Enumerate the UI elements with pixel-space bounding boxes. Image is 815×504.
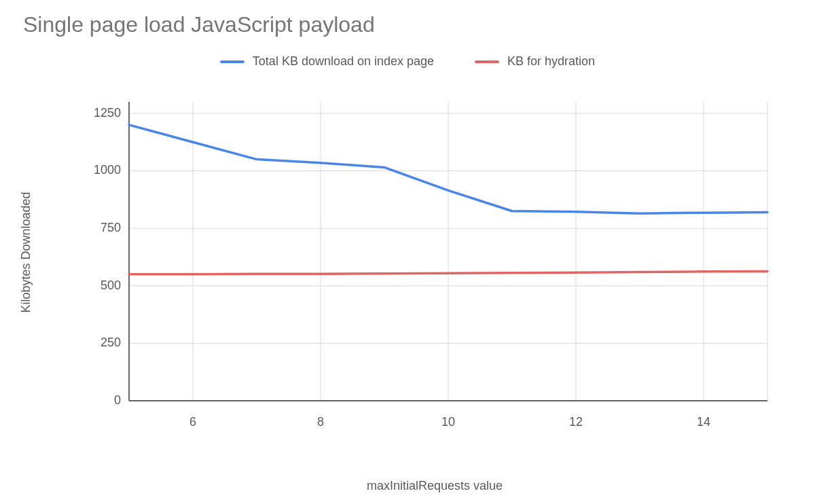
svg-text:1250: 1250 [94,106,121,120]
legend-label-hydration: KB for hydration [507,54,595,69]
svg-text:10: 10 [441,415,455,429]
x-axis-label: maxInitialRequests value [95,479,774,493]
svg-text:6: 6 [189,415,196,429]
legend-label-total: Total KB download on index page [253,54,434,69]
y-ticks: 025050075010001250 [94,106,121,407]
svg-text:250: 250 [101,336,121,349]
svg-text:750: 750 [101,221,121,234]
x-ticks: 68101214 [189,415,710,429]
chart-title: Single page load JavaScript payload [23,12,375,37]
legend-swatch-hydration [475,60,499,63]
chart-svg: 68101214 025050075010001250 [95,95,774,428]
chart-legend: Total KB download on index page KB for h… [0,54,815,69]
legend-swatch-total [220,60,244,63]
plot-area: 68101214 025050075010001250 [95,95,774,428]
legend-item-hydration: KB for hydration [475,54,595,69]
svg-text:0: 0 [114,393,121,407]
gridlines [129,102,767,401]
svg-text:12: 12 [569,415,583,429]
legend-item-total: Total KB download on index page [220,54,434,69]
y-axis-label: Kilobytes Downloaded [18,0,34,504]
svg-text:500: 500 [101,278,121,292]
svg-text:8: 8 [317,415,324,429]
svg-text:1000: 1000 [94,163,121,177]
svg-text:14: 14 [697,415,710,429]
chart-container: Single page load JavaScript payload Tota… [0,0,815,504]
